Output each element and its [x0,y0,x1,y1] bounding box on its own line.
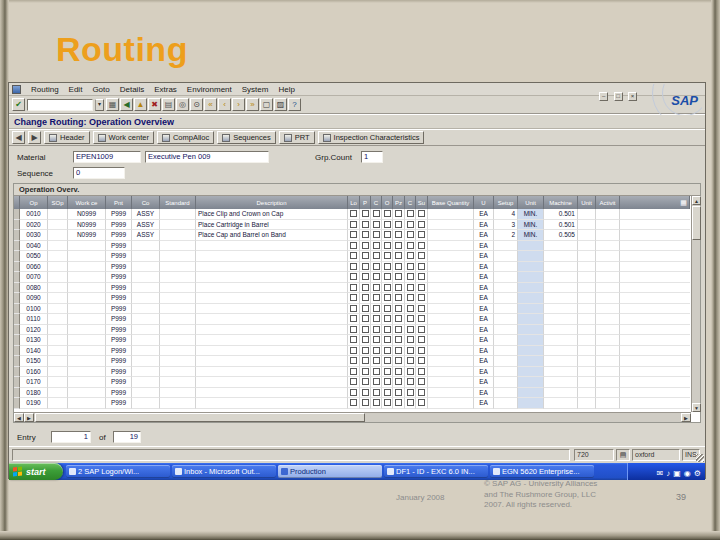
checkbox[interactable] [371,398,382,409]
checkbox[interactable] [393,388,405,399]
checkbox[interactable] [360,356,371,367]
cell-std[interactable] [160,335,196,346]
cell-setup[interactable] [494,367,518,378]
table-row[interactable]: 0160P999EA [14,367,690,378]
checkbox[interactable] [371,367,382,378]
column-header-description[interactable]: Description [196,196,348,209]
cell-u[interactable]: EA [474,241,494,252]
checkbox[interactable] [360,325,371,336]
table-row[interactable]: 0060P999EA [14,262,690,273]
checkbox[interactable] [405,283,416,294]
checkbox[interactable] [360,241,371,252]
taskbar-item[interactable]: EGN 5620 Enterprise... [490,465,594,478]
cell-machine[interactable] [544,398,578,409]
cell-machine[interactable] [544,262,578,273]
cell-pnt[interactable]: P999 [106,251,132,262]
cell-setup[interactable] [494,251,518,262]
checkbox[interactable] [348,230,360,241]
cell-activ[interactable] [596,230,620,241]
cell-std[interactable] [160,314,196,325]
column-header-pnt[interactable]: Pnt [106,196,132,209]
table-row[interactable]: 0090P999EA [14,293,690,304]
checkbox[interactable] [371,325,382,336]
column-header-u[interactable]: U [474,196,494,209]
checkbox[interactable] [348,304,360,315]
group-counter-input[interactable]: 1 [361,151,383,163]
checkbox[interactable] [360,346,371,357]
cell-co[interactable]: ASSY [132,230,160,241]
checkbox[interactable] [348,398,360,409]
column-header-activit[interactable]: Activit [596,196,620,209]
cell-workce[interactable] [68,304,106,315]
cell-activ[interactable] [596,283,620,294]
cell-op[interactable]: 0060 [20,262,48,273]
checkbox[interactable] [393,335,405,346]
cell-bq[interactable] [428,388,474,399]
prev-page-icon[interactable]: ‹ [218,98,231,111]
find-icon[interactable]: ◎ [176,98,189,111]
cell-desc[interactable] [196,272,348,283]
minimize-icon[interactable]: – [599,92,608,101]
checkbox[interactable] [360,251,371,262]
cell-unit1[interactable] [518,356,544,367]
cell-co[interactable] [132,314,160,325]
cell-unit2[interactable] [578,241,596,252]
network-tray-icon[interactable]: ▣ [673,469,681,478]
create-shortcut-icon[interactable]: ▨ [274,98,287,111]
checkbox[interactable] [416,314,428,325]
cell-unit2[interactable] [578,388,596,399]
checkbox[interactable] [348,356,360,367]
cell-bq[interactable] [428,325,474,336]
column-header-lo[interactable]: Lo [348,196,360,209]
cell-co[interactable] [132,304,160,315]
cell-co[interactable] [132,325,160,336]
cell-activ[interactable] [596,262,620,273]
cell-setup[interactable] [494,293,518,304]
checkbox[interactable] [348,251,360,262]
column-header-c[interactable]: C [405,196,416,209]
checkbox[interactable] [360,367,371,378]
menu-system[interactable]: System [237,85,274,94]
table-row[interactable]: 0100P999EA [14,304,690,315]
checkbox[interactable] [416,398,428,409]
checkbox[interactable] [371,209,382,220]
cell-workce[interactable] [68,241,106,252]
cell-setup[interactable] [494,356,518,367]
cell-unit2[interactable] [578,367,596,378]
cell-unit1[interactable] [518,272,544,283]
cell-std[interactable] [160,398,196,409]
cell-sop[interactable] [48,398,68,409]
checkbox[interactable] [348,283,360,294]
cell-pnt[interactable]: P999 [106,356,132,367]
cell-std[interactable] [160,304,196,315]
cell-co[interactable] [132,356,160,367]
cell-op[interactable]: 0170 [20,377,48,388]
print-icon[interactable]: ▤ [162,98,175,111]
cell-u[interactable]: EA [474,251,494,262]
cell-pnt[interactable]: P999 [106,272,132,283]
checkbox[interactable] [393,241,405,252]
cell-bq[interactable] [428,241,474,252]
cell-co[interactable] [132,398,160,409]
command-field[interactable] [27,99,93,111]
cell-machine[interactable] [544,272,578,283]
checkbox[interactable] [382,304,393,315]
cell-pnt[interactable]: P999 [106,388,132,399]
cell-setup[interactable] [494,262,518,273]
cell-unit1[interactable] [518,262,544,273]
table-row[interactable]: 0040P999EA [14,241,690,252]
cell-unit1[interactable] [518,241,544,252]
table-row[interactable]: 0020N0999P999ASSYPlace Cartridge in Barr… [14,220,690,231]
cell-unit1[interactable]: MIN. [518,220,544,231]
table-config-icon[interactable]: ▦ [678,196,690,209]
checkbox[interactable] [382,209,393,220]
cell-machine[interactable] [544,388,578,399]
last-page-icon[interactable]: » [246,98,259,111]
cell-desc[interactable]: Place Cartridge in Barrel [196,220,348,231]
cell-op[interactable]: 0130 [20,335,48,346]
cell-pnt[interactable]: P999 [106,209,132,220]
checkbox[interactable] [382,293,393,304]
checkbox[interactable] [348,272,360,283]
checkbox[interactable] [405,367,416,378]
checkbox[interactable] [393,314,405,325]
